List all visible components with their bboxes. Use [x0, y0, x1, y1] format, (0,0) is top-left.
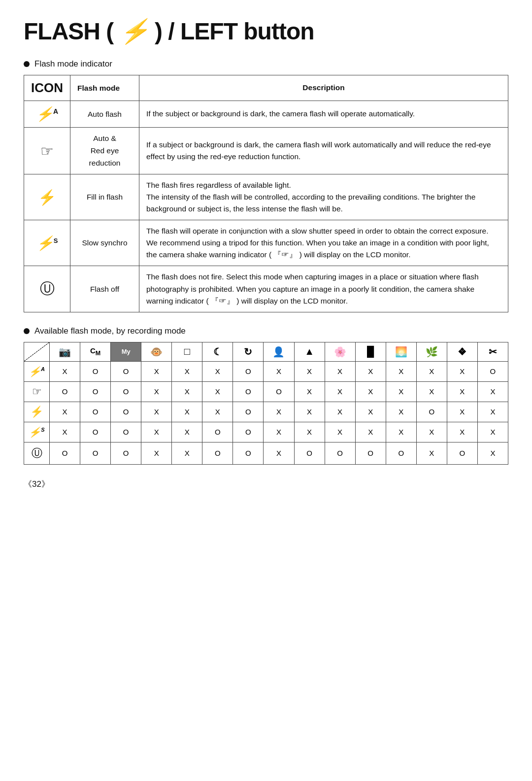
row-mode-red-eye: Auto &Red eyereduction — [70, 128, 139, 174]
grid-row-icon-slow-synchro: ⚡S — [24, 422, 50, 442]
grid-row: ☞ O O O X X X O O X X X X X X X — [24, 381, 508, 402]
grid-cell: O — [111, 381, 141, 402]
grid-cell: X — [141, 442, 172, 464]
grid-row-icon-auto-flash: ⚡A — [24, 361, 50, 381]
table-row: ⚡S Slow synchro The flash will operate i… — [24, 220, 508, 266]
grid-cell: O — [50, 381, 80, 402]
table-header-desc: Description — [139, 75, 508, 101]
row-desc-fill-flash: The flash fires regardless of available … — [139, 174, 508, 220]
grid-cell: O — [233, 361, 264, 381]
grid-col-icon: 📷 — [50, 342, 80, 361]
row-mode-slow-synchro: Slow synchro — [70, 220, 139, 266]
grid-cell: X — [325, 361, 355, 381]
grid-cell: O — [233, 422, 264, 442]
grid-cell: X — [264, 422, 294, 442]
grid-cell: X — [141, 381, 172, 402]
grid-cell: X — [416, 381, 447, 402]
grid-cell: X — [202, 402, 233, 422]
grid-cell: X — [294, 422, 325, 442]
table-row: Ⓤ Flash off The flash does not fire. Sel… — [24, 266, 508, 312]
grid-cell: X — [386, 361, 416, 381]
grid-cell: O — [416, 402, 447, 422]
row-icon-slow-synchro: ⚡S — [24, 220, 70, 266]
grid-cell: X — [294, 402, 325, 422]
grid-row: ⚡ X O O X X X O X X X X X O X X — [24, 402, 508, 422]
row-desc-slow-synchro: The flash will operate in conjunction wi… — [139, 220, 508, 266]
grid-cell: X — [447, 422, 477, 442]
row-icon-red-eye: ☞ — [24, 128, 70, 174]
grid-cell: X — [355, 361, 386, 381]
grid-col-icon: ☾ — [202, 342, 233, 361]
grid-col-icon: 🐵 — [141, 342, 172, 361]
grid-cell: O — [386, 442, 416, 464]
grid-cell: X — [141, 422, 172, 442]
grid-cell: X — [50, 402, 80, 422]
grid-cell: X — [325, 422, 355, 442]
grid-cell: O — [80, 402, 111, 422]
grid-cell: O — [325, 442, 355, 464]
corner-cell — [24, 342, 50, 361]
grid-cell: X — [294, 361, 325, 381]
grid-cell: O — [80, 442, 111, 464]
grid-cell: X — [325, 402, 355, 422]
grid-cell: O — [202, 422, 233, 442]
section1-label: Flash mode indicator — [24, 59, 508, 69]
grid-cell: X — [294, 381, 325, 402]
grid-col-icon: ↻ — [233, 342, 264, 361]
grid-cell: X — [50, 422, 80, 442]
grid-cell: X — [202, 361, 233, 381]
grid-cell: O — [477, 361, 508, 381]
grid-cell: X — [447, 381, 477, 402]
grid-cell: O — [111, 402, 141, 422]
grid-cell: X — [264, 361, 294, 381]
grid-cell: X — [141, 361, 172, 381]
grid-cell: O — [233, 402, 264, 422]
grid-row-icon-fill-flash: ⚡ — [24, 402, 50, 422]
grid-cell: O — [294, 442, 325, 464]
grid-cell: O — [80, 422, 111, 442]
grid-cell: X — [447, 402, 477, 422]
grid-col-icon: █ — [355, 342, 386, 361]
grid-cell: X — [264, 402, 294, 422]
bullet-icon — [24, 61, 30, 67]
page-number: 《32》 — [24, 478, 508, 490]
row-icon-fill-flash: ⚡ — [24, 174, 70, 220]
grid-col-icon: ▲ — [294, 342, 325, 361]
grid-row-icon-red-eye: ☞ — [24, 381, 50, 402]
flash-grid-table: 📷 CM My 🐵 □ ☾ ↻ 👤 ▲ 🌸 █ 🌅 🌿 ❖ ✂ ⚡A — [24, 342, 508, 465]
grid-cell: O — [233, 381, 264, 402]
grid-col-icon: ✂ — [477, 342, 508, 361]
grid-col-icon: 👤 — [264, 342, 294, 361]
grid-cell: X — [325, 381, 355, 402]
bullet-icon — [24, 328, 30, 334]
grid-col-icon: □ — [172, 342, 202, 361]
page: FLASH ( ⚡ ) / LEFT button Flash mode ind… — [0, 0, 532, 781]
grid-cell: O — [111, 361, 141, 381]
row-desc-flash-off: The flash does not fire. Select this mod… — [139, 266, 508, 312]
grid-cell: X — [416, 361, 447, 381]
grid-row-icon-flash-off: Ⓤ — [24, 442, 50, 464]
grid-cell: X — [477, 402, 508, 422]
grid-cell: O — [264, 381, 294, 402]
grid-col-icon: 🌸 — [325, 342, 355, 361]
grid-cell: X — [355, 422, 386, 442]
table-row: ⚡A Auto flash If the subject or backgrou… — [24, 101, 508, 128]
row-mode-auto-flash: Auto flash — [70, 101, 139, 128]
section2-label: Available flash mode, by recording mode — [24, 326, 508, 336]
grid-cell: O — [50, 442, 80, 464]
grid-cell: X — [447, 361, 477, 381]
grid-cell: O — [111, 442, 141, 464]
grid-col-icon: 🌅 — [386, 342, 416, 361]
grid-cell: X — [172, 361, 202, 381]
grid-cell: X — [202, 381, 233, 402]
table-header-icon: ICON — [24, 75, 70, 101]
grid-cell: X — [477, 442, 508, 464]
grid-col-icon: ❖ — [447, 342, 477, 361]
grid-cell: X — [386, 422, 416, 442]
grid-cell: X — [172, 442, 202, 464]
grid-row: ⚡A X O O X X X O X X X X X X X O — [24, 361, 508, 381]
flash-mode-table: ICON Flash mode Description ⚡A Auto flas… — [24, 75, 508, 312]
page-title: FLASH ( ⚡ ) / LEFT button — [24, 18, 508, 45]
grid-cell: X — [172, 381, 202, 402]
grid-cell: X — [264, 442, 294, 464]
